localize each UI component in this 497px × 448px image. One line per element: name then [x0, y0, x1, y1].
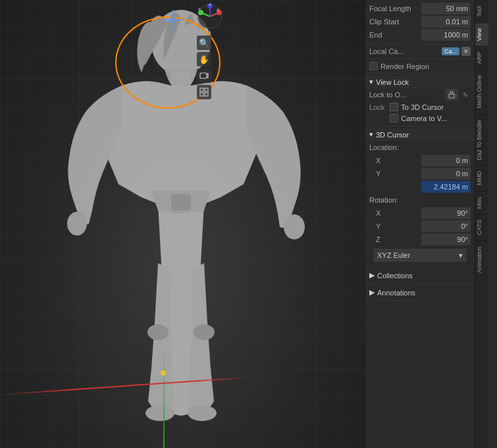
local-camera-section: Local Ca... Ca... ✕ — [365, 44, 475, 59]
camera-to-v-label: Camera to V... — [401, 114, 447, 122]
svg-text:Z: Z — [209, 3, 211, 6]
view-lock-header[interactable]: ▾ View Lock — [365, 76, 475, 88]
xyz-euler-row: XYZ Euler ▾ — [365, 246, 475, 264]
camera-tool-btn[interactable] — [197, 68, 211, 83]
loc-x-label: X — [369, 157, 421, 164]
viewport[interactable]: X Y Z 🔍 ✋ — [0, 0, 365, 448]
rot-x-value[interactable]: 90° — [421, 207, 471, 219]
annotations-section: ▶ Annotations — [365, 284, 475, 301]
render-region-checkbox[interactable] — [369, 62, 378, 70]
cursor-3d-section: ▾ 3D Cursor Location: X 0 m Y 0 m 2.4218… — [365, 126, 475, 267]
rotation-header-row: Rotation: — [365, 193, 475, 207]
rotation-label: Rotation: — [369, 196, 471, 204]
loc-x-row: X 0 m — [365, 154, 475, 167]
tab-mesh-online[interactable]: Mesh Online — [475, 69, 488, 114]
collections-section: ▶ Collections — [365, 267, 475, 284]
annotations-label: Annotations — [377, 289, 415, 297]
to-3d-cursor-label: To 3D Cursor — [401, 103, 444, 111]
clip-end-label: End — [369, 31, 421, 39]
location-label: Location: — [369, 143, 471, 151]
rot-z-row: Z 90° — [365, 233, 475, 246]
grid-tool-btn[interactable] — [197, 85, 211, 99]
svg-point-6 — [188, 405, 217, 421]
tab-tool[interactable]: Tool — [475, 0, 488, 22]
rot-x-label: X — [369, 209, 421, 217]
zoom-tool-btn[interactable]: 🔍 — [197, 36, 211, 50]
loc-y-row: Y 0 m — [365, 167, 475, 180]
tab-animation[interactable]: Animation — [475, 241, 488, 278]
lock-label: Lock — [369, 103, 384, 111]
svg-rect-4 — [171, 194, 191, 211]
rot-x-row: X 90° — [365, 207, 475, 220]
rot-z-value[interactable]: 90° — [421, 234, 471, 245]
loc-z-row: 2.42184 m — [365, 180, 475, 193]
clip-start-row: Clip Start 0.01 m — [365, 15, 475, 28]
loc-x-value[interactable]: 0 m — [421, 155, 471, 166]
tab-view[interactable]: View — [475, 22, 488, 46]
tab-arp[interactable]: ARP — [475, 46, 488, 70]
render-region-section: Render Region — [365, 59, 475, 74]
svg-point-11 — [194, 324, 215, 340]
focal-length-section: Focal Length 50 mm Clip Start 0.01 m End… — [365, 0, 475, 44]
clip-end-value[interactable]: 1000 m — [421, 29, 471, 41]
svg-rect-31 — [449, 94, 454, 98]
tab-mmd[interactable]: MMD — [475, 165, 488, 191]
rot-z-label: Z — [369, 236, 421, 243]
pan-tool-btn[interactable]: ✋ — [197, 52, 211, 66]
clip-start-label: Clip Start — [369, 18, 421, 26]
cursor-3d-arrow: ▾ — [369, 130, 373, 139]
svg-point-5 — [145, 405, 174, 421]
view-lock-label: View Lock — [376, 78, 409, 86]
lock-to-o-box[interactable] — [445, 89, 458, 101]
svg-rect-26 — [200, 73, 207, 78]
focal-length-label: Focal Length — [369, 5, 421, 12]
lock-to-o-edit-icon[interactable]: ✎ — [460, 89, 471, 100]
xyz-euler-dropdown[interactable]: XYZ Euler ▾ — [373, 249, 467, 262]
rot-y-row: Y 0° — [365, 220, 475, 233]
lock-to-o-row: Lock to O... ✎ — [365, 88, 475, 101]
render-region-label: Render Region — [380, 62, 471, 70]
render-region-row: Render Region — [365, 61, 475, 71]
camera-to-v-checkbox[interactable] — [390, 114, 398, 122]
view-lock-section: ▾ View Lock Lock to O... ✎ Lock To 3D Cu… — [365, 74, 475, 126]
svg-rect-30 — [205, 93, 208, 96]
collections-header[interactable]: ▶ Collections — [365, 269, 475, 282]
tab-cats[interactable]: CATS — [475, 214, 488, 240]
svg-point-2 — [67, 212, 87, 236]
origin-point — [161, 370, 166, 376]
cursor-3d-label: 3D Cursor — [376, 131, 409, 139]
camera-badge[interactable]: Ca... — [442, 47, 459, 55]
clip-end-row: End 1000 m — [365, 28, 475, 41]
cursor-3d-header[interactable]: ▾ 3D Cursor — [365, 128, 475, 141]
xyz-euler-arrow: ▾ — [459, 251, 463, 260]
rot-y-label: Y — [369, 222, 421, 230]
axis-indicator: X Y Z — [197, 3, 223, 30]
camera-to-v-row: Lock Camera to V... — [365, 112, 475, 124]
properties-panel: Focal Length 50 mm Clip Start 0.01 m End… — [365, 0, 475, 448]
focal-length-value[interactable]: 50 mm — [421, 3, 471, 14]
loc-z-value[interactable]: 2.42184 m — [421, 181, 471, 193]
local-camera-close-btn[interactable]: ✕ — [461, 47, 471, 56]
xyz-euler-label: XYZ Euler — [377, 251, 410, 259]
svg-text:X: X — [217, 8, 219, 12]
tab-misc[interactable]: Misc — [475, 191, 488, 214]
svg-point-10 — [147, 324, 169, 340]
view-lock-arrow: ▾ — [369, 78, 373, 86]
clip-start-value[interactable]: 0.01 m — [421, 16, 471, 28]
to-3d-cursor-checkbox[interactable] — [390, 103, 398, 111]
to-3d-cursor-row: Lock To 3D Cursor — [365, 101, 475, 112]
lock-to-o-label: Lock to O... — [369, 91, 443, 99]
svg-text:Y: Y — [198, 7, 201, 11]
svg-point-3 — [284, 214, 305, 239]
tabs-sidebar: Tool View ARP Mesh Online Daz To Blender… — [475, 0, 488, 448]
local-camera-row: Local Ca... Ca... ✕ — [365, 46, 475, 57]
y-axis-line — [163, 343, 165, 448]
local-camera-label: Local Ca... — [369, 47, 440, 55]
annotations-header[interactable]: ▶ Annotations — [365, 286, 475, 299]
focal-length-row: Focal Length 50 mm — [365, 2, 475, 15]
tab-daz-to-blender[interactable]: Daz To Blender — [475, 114, 488, 165]
svg-rect-29 — [200, 93, 203, 96]
rot-y-value[interactable]: 0° — [421, 220, 471, 232]
loc-y-value[interactable]: 0 m — [421, 168, 471, 180]
right-panel: Focal Length 50 mm Clip Start 0.01 m End… — [365, 0, 497, 448]
